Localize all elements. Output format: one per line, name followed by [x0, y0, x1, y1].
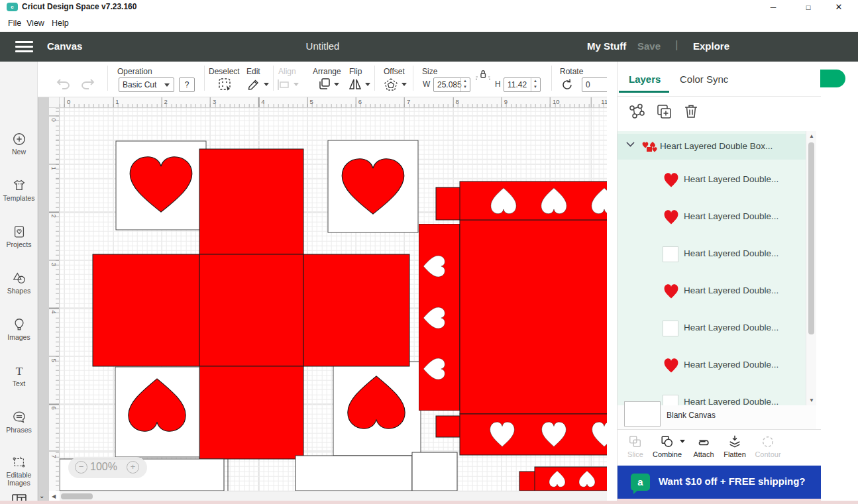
offset-icon[interactable] [384, 77, 398, 92]
tab-layers[interactable]: Layers [629, 74, 661, 85]
layers-scrollbar[interactable]: ▲ ▼ [806, 131, 816, 405]
operation-dropdown[interactable]: Basic Cut [119, 77, 174, 92]
cricut-logo-icon: c [7, 3, 18, 11]
scrollbar-thumb[interactable] [808, 142, 814, 334]
heart-layer-icon [663, 283, 680, 303]
menu-view[interactable]: View [24, 17, 47, 29]
delete-trash-icon[interactable] [682, 103, 700, 120]
layers-panel: Layers Color Sync [617, 62, 820, 504]
redo-icon[interactable] [80, 77, 95, 89]
layer-label: Heart Layered Double... [684, 360, 778, 370]
blank-layer-icon [663, 395, 678, 405]
sidebar-item-editable-images[interactable]: EditableImages [0, 455, 38, 487]
sidebar-item-images[interactable]: Images [0, 317, 38, 341]
sidebar-item-templates[interactable]: Templates [0, 178, 38, 202]
canvas-shape-sleeve[interactable] [419, 181, 635, 455]
tabs-border [617, 96, 821, 97]
layer-row[interactable]: Heart Layered Double... [617, 317, 806, 346]
sidebar-item-label: Projects [0, 240, 38, 248]
tool-combine[interactable]: Combine [651, 434, 684, 458]
heart-layer-icon [663, 209, 680, 228]
sidebar-item-label: Images [0, 333, 38, 341]
layer-row[interactable]: Heart Layered Double... [617, 206, 806, 235]
toolbar-divider [413, 66, 413, 91]
canvas-nav-label[interactable]: Canvas [47, 40, 82, 52]
arrange-icon[interactable] [318, 77, 331, 91]
toolbar-divider [273, 66, 274, 91]
sidebar-item-label: Editable [0, 471, 38, 479]
menu-file[interactable]: File [5, 17, 24, 29]
sidebar-item-projects[interactable]: Projects [0, 225, 38, 248]
align-icon [277, 79, 292, 91]
collapse-canvas-icon[interactable]: ⌄ [39, 492, 44, 499]
operation-label: Operation [117, 67, 152, 76]
edit-dropdown-chevron[interactable] [264, 83, 269, 86]
horizontal-ruler: 01234567891011 [60, 97, 635, 108]
width-value: 25.085 [437, 80, 462, 89]
combine-dropdown-chevron[interactable] [680, 440, 685, 443]
size-label: Size [422, 67, 437, 76]
menu-help[interactable]: Help [49, 17, 72, 29]
zoom-out-button[interactable]: − [75, 461, 87, 474]
sidebar-item-shapes[interactable]: Shapes [0, 271, 38, 295]
zoom-level: 100% [90, 461, 117, 473]
rotate-icon[interactable] [561, 78, 574, 91]
blank-canvas-row[interactable]: Blank Canvas [617, 405, 816, 429]
promo-banner[interactable]: a Want $10 off + FREE shipping? [617, 466, 821, 499]
edit-pencil-icon[interactable] [247, 77, 260, 91]
offset-dropdown-chevron[interactable] [402, 83, 407, 86]
h-ruler-tick: 1 [115, 98, 119, 105]
tool-label: Contour [751, 450, 784, 458]
sidebar-item-label: Shapes [0, 287, 38, 295]
height-input[interactable]: 11.42 ▲▼ [504, 77, 541, 92]
rotate-label: Rotate [560, 67, 583, 76]
tab-color-sync[interactable]: Color Sync [680, 74, 728, 85]
layer-row[interactable]: Heart Layered Double... [617, 354, 806, 383]
undo-icon[interactable] [56, 77, 71, 89]
width-input[interactable]: 25.085 ▲▼ [433, 77, 470, 92]
scroll-down-icon[interactable]: ▼ [809, 397, 814, 403]
save-button[interactable]: Save [637, 40, 661, 52]
offset-label: Offset [384, 67, 405, 76]
tool-attach[interactable]: Attach [687, 434, 720, 458]
my-stuff-link[interactable]: My Stuff [587, 40, 626, 52]
width-stepper[interactable]: ▲▼ [460, 78, 469, 91]
deselect-icon[interactable] [218, 77, 233, 92]
close-button[interactable]: ✕ [828, 0, 850, 15]
maximize-button[interactable]: □ [797, 0, 820, 15]
scrollbar-thumb[interactable] [61, 493, 93, 499]
sidebar-item-new[interactable]: New [0, 132, 38, 156]
scroll-left-icon[interactable]: ◀ [52, 493, 56, 499]
lock-icon[interactable] [475, 68, 491, 81]
heart-layer-icon [663, 357, 680, 377]
flip-dropdown-chevron[interactable] [365, 83, 370, 86]
minimize-button[interactable]: ─ [762, 0, 784, 15]
ruler-corner [49, 97, 60, 108]
zoom-in-button[interactable]: + [127, 461, 139, 474]
sidebar-item-phrases[interactable]: Phrases [0, 410, 38, 434]
tool-flatten[interactable]: Flatten [718, 434, 751, 458]
arrange-dropdown-chevron[interactable] [334, 83, 339, 86]
layer-row[interactable]: Heart Layered Double... [617, 169, 806, 198]
h-ruler-tick: 5 [310, 98, 313, 105]
menu-bar: FileViewHelp [0, 15, 858, 32]
operation-help-button[interactable]: ? [179, 77, 195, 92]
document-title[interactable]: Untitled [256, 40, 389, 52]
height-stepper[interactable]: ▲▼ [531, 78, 539, 91]
layer-row[interactable]: Heart Layered Double... [617, 280, 806, 309]
explore-menu[interactable]: Explore [693, 40, 729, 52]
layer-row[interactable]: Heart Layered Double... [617, 243, 806, 272]
height-label: H [495, 79, 501, 89]
scroll-up-icon[interactable]: ▲ [809, 133, 814, 139]
canvas-horizontal-scrollbar[interactable]: ▶ [60, 491, 635, 501]
flip-icon[interactable] [348, 77, 362, 91]
layer-group-row[interactable]: Heart Layered Double Box... [617, 134, 806, 160]
chevron-down-icon[interactable] [626, 142, 635, 147]
sidebar-item-text[interactable]: TText [0, 364, 38, 387]
operation-value: Basic Cut [119, 78, 156, 91]
main-region: NewTemplatesProjectsShapesImagesTTextPhr… [0, 62, 858, 504]
group-weld-icon[interactable] [628, 103, 645, 120]
hamburger-menu-icon[interactable] [15, 41, 33, 52]
duplicate-icon[interactable] [655, 103, 672, 120]
toolbar-divider [107, 66, 108, 91]
